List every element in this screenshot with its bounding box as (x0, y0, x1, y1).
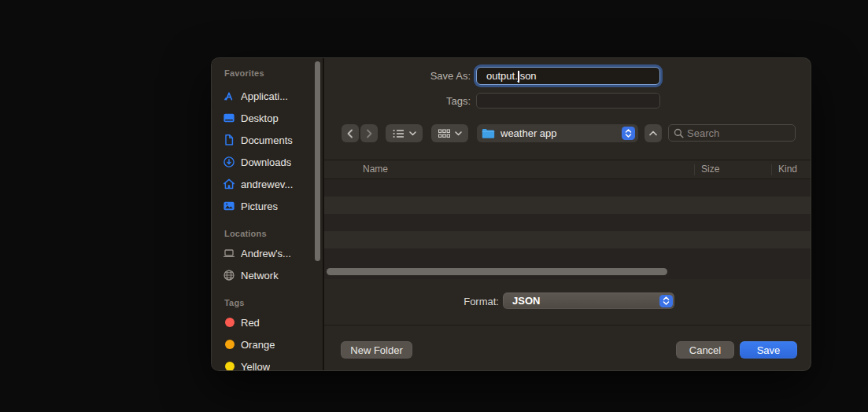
sidebar-item-tag-red[interactable]: Red (222, 311, 321, 333)
column-header-size[interactable]: Size (701, 164, 719, 175)
sidebar-item-tag-orange[interactable]: Orange (222, 333, 321, 355)
tags-input[interactable] (476, 93, 660, 109)
column-separator[interactable] (694, 164, 695, 175)
chevron-down-icon (455, 131, 462, 136)
downloads-icon (222, 156, 235, 169)
sidebar-item-label: Yellow (241, 361, 270, 372)
collapse-button[interactable] (645, 124, 662, 142)
search-field (668, 124, 796, 142)
sidebar-item-label: Applicati... (241, 90, 288, 102)
tags-label: Tags: (353, 95, 471, 107)
list-header: Name Size Kind (324, 160, 811, 179)
chevron-up-icon (649, 131, 657, 136)
search-icon (674, 128, 684, 138)
globe-icon (222, 269, 235, 282)
chevron-right-icon (365, 129, 373, 138)
sidebar-item-label: Pictures (241, 200, 278, 212)
red-tag-icon (222, 316, 235, 329)
horizontal-scrollbar-thumb[interactable] (327, 268, 667, 275)
updown-stepper-icon (659, 295, 673, 307)
format-dropdown-value: JSON (512, 295, 659, 307)
sidebar-item-desktop[interactable]: Desktop (222, 107, 321, 129)
back-button[interactable] (342, 124, 359, 142)
column-separator[interactable] (771, 164, 772, 175)
pictures-icon (222, 200, 235, 213)
search-input[interactable] (687, 127, 790, 139)
grid-view-icon (438, 129, 450, 138)
text-caret (518, 71, 519, 83)
sidebar-item-label: Downloads (241, 156, 291, 168)
format-dropdown[interactable]: JSON (503, 292, 674, 309)
column-header-name[interactable]: Name (363, 164, 388, 175)
yellow-tag-icon (222, 360, 235, 372)
sidebar-item-pictures[interactable]: Pictures (222, 195, 321, 217)
file-row (324, 214, 811, 231)
filename-field-wrap (476, 67, 660, 85)
cancel-button[interactable]: Cancel (676, 341, 734, 359)
save-button[interactable]: Save (740, 341, 797, 359)
sidebar-item-label: Desktop (241, 112, 279, 124)
sidebar-item-label: Network (241, 270, 279, 281)
sidebar-item-label: Orange (241, 339, 275, 351)
location-dropdown[interactable]: weather app (477, 124, 638, 142)
filename-input[interactable] (477, 68, 659, 84)
sidebar-item-tag-yellow[interactable]: Yellow (222, 355, 321, 371)
forward-button[interactable] (360, 124, 378, 142)
file-row (324, 197, 811, 214)
grid-view-button[interactable] (431, 124, 468, 142)
sidebar-section-tags: Tags (224, 298, 311, 307)
sidebar-item-network[interactable]: Network (222, 264, 321, 286)
sidebar-scrollbar[interactable] (315, 61, 320, 261)
list-view-icon (393, 129, 404, 138)
sidebar-section-locations: Locations (224, 229, 311, 238)
new-folder-button[interactable]: New Folder (341, 341, 412, 359)
folder-icon (482, 128, 495, 139)
footer-divider (324, 325, 811, 326)
documents-icon (222, 134, 235, 147)
sidebar-item-label: andrewev... (241, 178, 293, 190)
sidebar-item-label: Documents (241, 134, 293, 146)
sidebar-section-favorites: Favorites (224, 68, 311, 78)
list-view-button[interactable] (386, 124, 423, 142)
file-row (324, 179, 811, 197)
home-icon (222, 178, 235, 191)
sidebar-item-label: Red (241, 317, 260, 329)
orange-tag-icon (222, 338, 235, 351)
location-dropdown-value: weather app (500, 127, 622, 139)
sidebar: Favorites Applicati... Desktop Documents… (212, 58, 324, 370)
sidebar-item-computer[interactable]: Andrew's... (222, 242, 321, 264)
column-header-kind[interactable]: Kind (778, 164, 797, 175)
sidebar-item-documents[interactable]: Documents (222, 129, 321, 151)
save-dialog: Favorites Applicati... Desktop Documents… (211, 57, 811, 371)
updown-stepper-icon (622, 127, 635, 140)
applications-icon (222, 90, 235, 103)
laptop-icon (222, 247, 235, 260)
file-row (324, 248, 811, 266)
chevron-left-icon (346, 129, 354, 138)
sidebar-item-applications[interactable]: Applicati... (222, 85, 321, 107)
file-browser[interactable]: Name Size Kind (324, 160, 811, 278)
sidebar-item-label: Andrew's... (241, 248, 291, 259)
sidebar-item-downloads[interactable]: Downloads (222, 151, 321, 173)
format-label: Format: (381, 296, 499, 307)
horizontal-scrollbar-track[interactable] (324, 266, 811, 279)
sidebar-item-home[interactable]: andrewev... (222, 173, 321, 195)
file-row (324, 231, 811, 248)
save-as-label: Save As: (353, 70, 471, 82)
chevron-down-icon (409, 131, 416, 136)
desktop-icon (222, 112, 235, 125)
